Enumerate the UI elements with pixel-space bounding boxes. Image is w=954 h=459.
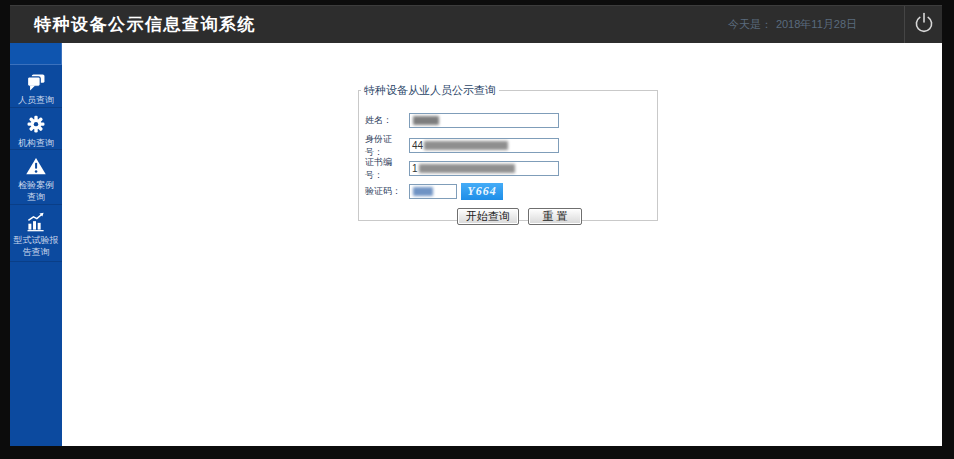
- sidebar-item-personnel-query[interactable]: 人员查询: [10, 65, 62, 108]
- name-label: 姓名：: [365, 114, 409, 127]
- form-legend: 特种设备从业人员公示查询: [361, 83, 499, 98]
- captcha-image[interactable]: Y664: [461, 183, 503, 200]
- cert-number-label: 证书编号：: [365, 156, 409, 182]
- sidebar-item-organization-query[interactable]: 机构查询: [10, 108, 62, 150]
- redacted-cert-value: [419, 164, 515, 173]
- cert-number-value: 1: [412, 163, 418, 174]
- date-label: 今天是：: [728, 18, 772, 30]
- sidebar-item-type-test-report-query[interactable]: 型式试验报 告查询: [10, 205, 62, 262]
- sidebar-item-inspection-case-query[interactable]: 检验案例 查询: [10, 150, 62, 205]
- sidebar-item-label: 机构查询: [18, 138, 54, 148]
- date-value: 2018年11月28日: [776, 18, 857, 30]
- form-buttons: 开始查询 重 置: [457, 208, 582, 225]
- sidebar-filler: [10, 262, 62, 446]
- current-date: 今天是：2018年11月28日: [728, 17, 857, 32]
- redacted-id-value: [424, 141, 508, 150]
- captcha-label: 验证码：: [365, 185, 409, 198]
- app-body: 人员查询 机构查询: [10, 43, 942, 446]
- reset-button[interactable]: 重 置: [528, 208, 582, 225]
- id-number-row: 身份证号： 44: [365, 137, 559, 154]
- main-content: 特种设备从业人员公示查询 姓名： 身份证号： 44 证: [62, 43, 942, 446]
- redacted-captcha-value: [413, 187, 433, 196]
- id-number-value: 44: [412, 140, 423, 151]
- page-title: 特种设备公示信息查询系统: [34, 13, 256, 36]
- start-query-button[interactable]: 开始查询: [457, 208, 519, 225]
- captcha-input[interactable]: [409, 184, 457, 199]
- cert-number-input[interactable]: 1: [409, 161, 559, 176]
- sidebar-item-label: 告查询: [23, 247, 50, 257]
- app-window: 特种设备公示信息查询系统 今天是：2018年11月28日: [10, 5, 942, 446]
- gear-icon: [24, 114, 48, 136]
- id-number-input[interactable]: 44: [409, 138, 559, 153]
- sidebar-item-label: 型式试验报: [14, 235, 59, 245]
- personnel-query-form: 特种设备从业人员公示查询 姓名： 身份证号： 44 证: [358, 83, 658, 221]
- logout-button[interactable]: [904, 6, 942, 43]
- sidebar-item-label: 人员查询: [18, 95, 54, 105]
- redacted-name-value: [413, 116, 439, 125]
- warning-icon: [24, 156, 48, 178]
- sidebar-item-label: 查询: [27, 192, 45, 202]
- power-icon: [912, 10, 936, 40]
- captcha-row: 验证码： Y664: [365, 183, 503, 200]
- chat-bubbles-icon: [24, 71, 48, 93]
- header-bar: 特种设备公示信息查询系统 今天是：2018年11月28日: [10, 5, 942, 43]
- sidebar: 人员查询 机构查询: [10, 43, 62, 446]
- cert-number-row: 证书编号： 1: [365, 160, 559, 177]
- name-row: 姓名：: [365, 112, 559, 129]
- sidebar-item-label: 检验案例: [18, 180, 54, 190]
- bar-chart-icon: [24, 211, 48, 233]
- sidebar-top-block: [10, 43, 62, 65]
- name-input[interactable]: [409, 113, 559, 128]
- header-right: 今天是：2018年11月28日: [728, 6, 942, 43]
